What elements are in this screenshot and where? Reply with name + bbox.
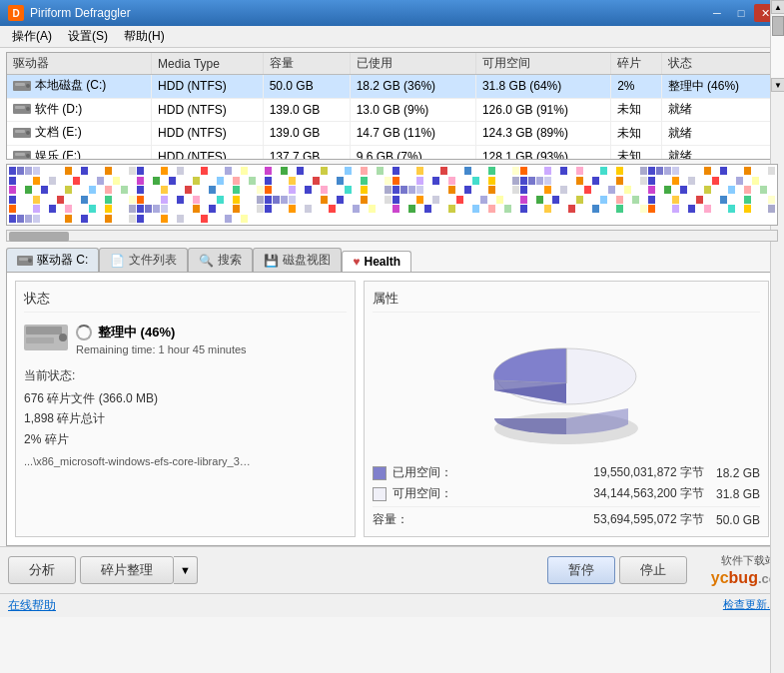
disk-cell — [600, 196, 607, 204]
disk-cell — [760, 177, 767, 185]
disk-cell — [544, 167, 551, 175]
col-drive: 驱动器 — [7, 53, 152, 75]
drive-free-d: 126.0 GB (91%) — [475, 98, 610, 122]
disk-cell — [768, 196, 775, 204]
menu-bar: 操作(A) 设置(S) 帮助(H) — [0, 26, 784, 48]
menu-help[interactable]: 帮助(H) — [116, 26, 173, 47]
disk-cell — [632, 186, 639, 194]
disk-cell — [193, 186, 200, 194]
drive-name-f: 娱乐 (F:) — [7, 145, 152, 159]
disk-cell — [33, 196, 40, 204]
svg-point-8 — [26, 131, 30, 135]
drive-capacity-e: 139.0 GB — [263, 122, 350, 146]
stop-button[interactable]: 停止 — [619, 556, 687, 584]
disk-cell — [504, 186, 511, 194]
pause-button[interactable]: 暂停 — [547, 556, 615, 584]
disk-cell — [568, 177, 575, 185]
disk-cell — [161, 196, 168, 204]
disk-cell — [185, 167, 192, 175]
disk-cell — [616, 196, 623, 204]
drive-capacity-f: 137.7 GB — [263, 145, 350, 159]
disk-cell — [89, 177, 96, 185]
disk-cell — [664, 167, 671, 175]
disk-cell — [105, 177, 112, 185]
disk-cell — [520, 167, 527, 175]
disk-cell — [768, 177, 775, 185]
table-row[interactable]: 本地磁盘 (C:) HDD (NTFS) 50.0 GB 18.2 GB (36… — [7, 75, 777, 99]
disk-cell — [145, 205, 152, 213]
disk-cell — [209, 205, 216, 213]
svg-rect-10 — [15, 153, 25, 156]
tab-health[interactable]: ♥ Health — [342, 251, 411, 272]
disk-cell — [337, 177, 344, 185]
disk-cell — [608, 186, 615, 194]
status-panel: 状态 整理中 (46%) — [15, 281, 356, 537]
disk-cell — [257, 196, 264, 204]
tab-diskview[interactable]: 💾 磁盘视图 — [253, 248, 342, 272]
disk-cell — [313, 177, 320, 185]
disk-cell — [488, 196, 495, 204]
legend-used-size: 18.2 GB — [712, 466, 760, 480]
disk-cell — [696, 167, 703, 175]
disk-cell — [89, 205, 96, 213]
tab-filelist[interactable]: 📄 文件列表 — [99, 248, 188, 272]
disk-cell — [552, 167, 559, 175]
disk-cell — [209, 186, 216, 194]
disk-cell — [233, 205, 240, 213]
disk-cell — [105, 186, 112, 194]
tab-search[interactable]: 🔍 搜索 — [188, 248, 253, 272]
table-row[interactable]: 软件 (D:) HDD (NTFS) 139.0 GB 13.0 GB (9%)… — [7, 98, 777, 122]
maximize-button[interactable]: □ — [730, 4, 752, 22]
disk-cell — [744, 186, 751, 194]
disk-cell — [361, 177, 368, 185]
disk-cell — [528, 167, 535, 175]
drive-label-tab[interactable]: 驱动器 C: — [6, 248, 99, 272]
disk-cell — [289, 186, 296, 194]
defrag-button[interactable]: 碎片整理 — [80, 556, 174, 584]
disk-cell — [680, 186, 687, 194]
disk-cell — [736, 167, 743, 175]
disk-cell — [536, 186, 543, 194]
analyze-button[interactable]: 分析 — [8, 556, 76, 584]
disk-cell — [648, 196, 655, 204]
diskview-icon: 💾 — [264, 254, 279, 268]
disk-cell — [233, 177, 240, 185]
drive-scrollbar[interactable]: ▲ ▼ — [770, 52, 778, 160]
disk-cell — [704, 205, 711, 213]
disk-cell — [464, 186, 471, 194]
drive-fragments-f: 未知 — [611, 145, 662, 159]
horizontal-scrollbar[interactable] — [6, 230, 778, 242]
legend-used-label: 已用空间： — [392, 464, 593, 481]
scroll-down-btn[interactable]: ▼ — [771, 78, 778, 92]
disk-cell — [760, 205, 767, 213]
disk-cell — [33, 205, 40, 213]
disk-cell — [9, 177, 16, 185]
drive-status-d: 就绪 — [661, 98, 776, 122]
disk-cell — [512, 177, 519, 185]
disk-cell — [161, 215, 168, 223]
disk-cell — [41, 196, 48, 204]
minimize-button[interactable]: ─ — [706, 4, 728, 22]
disk-cell — [600, 177, 607, 185]
disk-cell — [377, 186, 384, 194]
table-row[interactable]: 娱乐 (F:) HDD (NTFS) 137.7 GB 9.6 GB (7%) … — [7, 145, 777, 159]
disk-cell — [121, 167, 128, 175]
menu-actions[interactable]: 操作(A) — [4, 26, 60, 47]
logo-brand: yc — [711, 569, 729, 586]
table-row[interactable]: 文档 (E:) HDD (NTFS) 139.0 GB 14.7 GB (11%… — [7, 122, 777, 146]
defrag-dropdown-button[interactable]: ▼ — [174, 556, 198, 584]
disk-cell — [25, 167, 32, 175]
disk-cell — [520, 186, 527, 194]
help-link[interactable]: 在线帮助 — [8, 597, 56, 614]
drive-panel: 驱动器 Media Type 容量 已使用 可用空间 碎片 状态 — [6, 52, 778, 160]
disk-cell — [153, 215, 160, 223]
check-update-link[interactable]: 检查更新... — [723, 597, 776, 614]
disk-cell — [17, 205, 24, 213]
disk-cell — [41, 186, 48, 194]
disk-cell — [632, 196, 639, 204]
menu-settings[interactable]: 设置(S) — [60, 26, 116, 47]
disk-cell — [177, 205, 184, 213]
disk-cell — [329, 167, 336, 175]
disk-cell — [400, 177, 407, 185]
disk-cell — [576, 196, 583, 204]
